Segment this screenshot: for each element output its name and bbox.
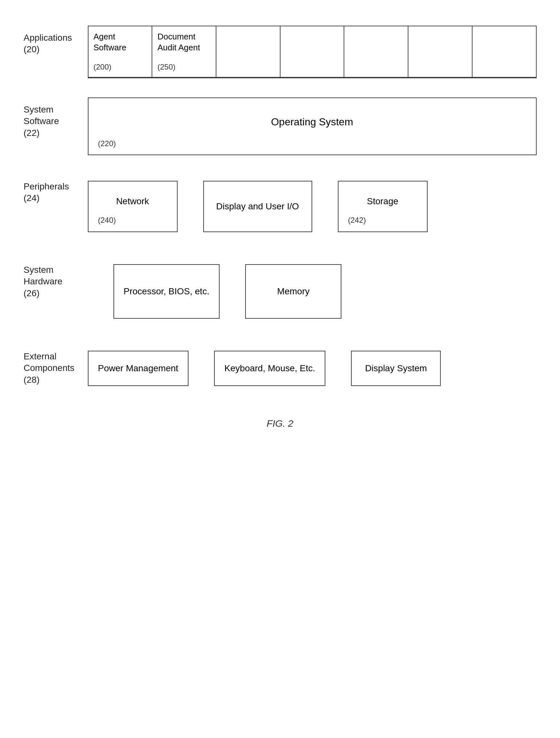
peripherals-boxes: Network (240) Display and User I/O Stora… [88,174,537,239]
apps-cells: Agent Software (200) Document Audit Agen… [88,26,536,78]
network-label: Network [98,188,167,215]
app-cell-empty-3 [216,26,281,78]
operating-system-box: Operating System (220) [88,97,537,155]
app-cell-document-audit: Document Audit Agent (250) [152,26,216,78]
applications-grid: Agent Software (200) Document Audit Agen… [88,26,537,78]
keyboard-mouse-box: Keyboard, Mouse, Etc. [214,351,325,386]
system-software-row: System Software (22) Operating System (2… [24,97,537,155]
keyboard-mouse-label: Keyboard, Mouse, Etc. [224,363,315,374]
power-management-box: Power Management [88,351,189,386]
system-hardware-content: Processor, BIOS, etc. Memory [88,258,537,325]
system-software-content: Operating System (220) [88,97,537,155]
operating-system-label: Operating System [98,104,526,139]
storage-number: (242) [348,215,366,225]
figure-caption: FIG. 2 [24,418,537,429]
document-audit-number: (250) [157,62,175,72]
agent-software-label: Agent Software [94,31,147,53]
app-cell-agent-software: Agent Software (200) [88,26,152,78]
memory-label: Memory [255,271,331,312]
diagram-container: Applications (20) Agent Software (200) D… [24,13,537,442]
operating-system-number: (220) [98,139,116,148]
app-cell-empty-5 [344,26,408,78]
peripherals-content: Network (240) Display and User I/O Stora… [88,174,537,239]
display-userio-box: Display and User I/O [203,181,312,232]
network-box: Network (240) [88,181,177,232]
hardware-boxes: Processor, BIOS, etc. Memory [88,258,537,325]
external-components-row: External Components (28) Power Managemen… [24,344,537,392]
app-cell-empty-4 [281,26,345,78]
memory-box: Memory [245,264,342,319]
external-boxes: Power Management Keyboard, Mouse, Etc. D… [88,344,537,392]
applications-content: Agent Software (200) Document Audit Agen… [88,26,537,78]
app-cell-empty-6 [408,26,473,78]
system-software-label: System Software (22) [24,97,88,139]
applications-label: Applications (20) [24,26,88,55]
display-userio-label: Display and User I/O [213,188,302,225]
peripherals-label: Peripherals (24) [24,174,88,204]
storage-box: Storage (242) [338,181,428,232]
display-system-box: Display System [351,351,441,386]
external-components-label: External Components (28) [24,344,88,386]
power-management-label: Power Management [98,363,178,374]
external-components-content: Power Management Keyboard, Mouse, Etc. D… [88,344,537,392]
network-number: (240) [98,215,116,225]
processor-label: Processor, BIOS, etc. [124,271,210,312]
system-hardware-label: System Hardware (26) [24,258,88,299]
document-audit-label: Document Audit Agent [157,31,210,53]
peripherals-row: Peripherals (24) Network (240) Display a… [24,174,537,239]
app-cell-empty-7 [473,26,536,78]
processor-box: Processor, BIOS, etc. [113,264,220,319]
applications-row: Applications (20) Agent Software (200) D… [24,26,537,78]
display-system-label: Display System [365,363,427,374]
storage-label: Storage [348,188,417,215]
agent-software-number: (200) [94,62,111,72]
system-hardware-row: System Hardware (26) Processor, BIOS, et… [24,258,537,325]
